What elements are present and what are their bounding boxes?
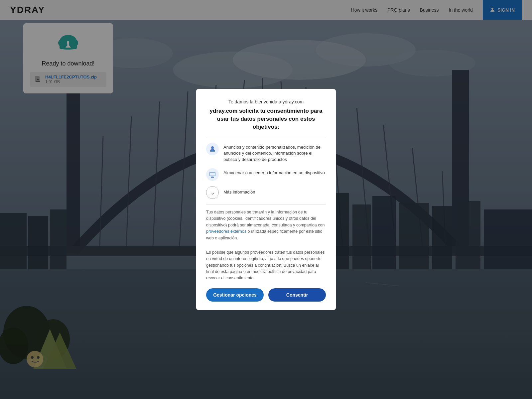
consent-text-ads: Anuncios y contenido personalizados, med… (223, 143, 326, 163)
more-info-label[interactable]: Más información (223, 186, 255, 195)
modal-overlay: Te damos la bienvenida a ydray.com ydray… (0, 0, 532, 399)
consent-text-device: Almacenar o acceder a información en un … (223, 168, 325, 176)
consent-item-ads: Anuncios y contenido personalizados, med… (206, 143, 326, 163)
monitor-consent-icon (206, 168, 219, 181)
modal-body-text-1: Tus datos personales se tratarán y la in… (206, 209, 326, 241)
person-consent-icon (206, 143, 219, 155)
external-providers-link[interactable]: proveedores externos (206, 229, 246, 234)
consent-more-info: ⌄ Más información (206, 186, 326, 199)
chevron-down-icon[interactable]: ⌄ (206, 186, 219, 199)
svg-point-57 (211, 146, 214, 149)
svg-rect-59 (211, 177, 213, 177)
svg-rect-58 (210, 172, 215, 176)
svg-rect-60 (211, 177, 214, 178)
manage-options-button[interactable]: Gestionar opciones (206, 288, 264, 302)
consent-item-device: Almacenar o acceder a información en un … (206, 168, 326, 181)
consent-modal: Te damos la bienvenida a ydray.com ydray… (196, 89, 336, 310)
modal-actions: Gestionar opciones Consentir (206, 288, 326, 302)
divider-1 (206, 138, 326, 138)
divider-2 (206, 204, 326, 204)
modal-welcome-text: Te damos la bienvenida a ydray.com (206, 99, 326, 104)
modal-body-text-2: Es posible que algunos proveedores trate… (206, 249, 326, 282)
modal-title: ydray.com solicita tu consentimiento par… (206, 107, 326, 131)
consent-button[interactable]: Consentir (268, 288, 326, 302)
